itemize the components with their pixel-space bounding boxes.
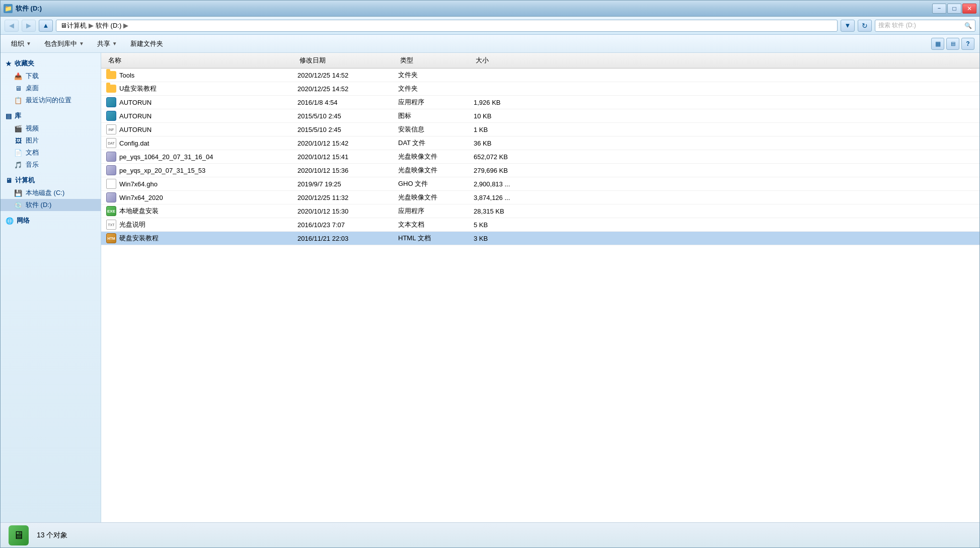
- sidebar-item-recent[interactable]: 📋 最近访问的位置: [1, 94, 101, 106]
- col-size[interactable]: 大小: [474, 55, 534, 66]
- table-row[interactable]: AUTORUN 2016/1/8 4:54 应用程序 1,926 KB: [101, 96, 979, 109]
- sidebar-item-download-label: 下载: [26, 72, 39, 81]
- file-modified: 2020/10/12 15:30: [297, 208, 398, 215]
- file-size: 28,315 KB: [474, 208, 534, 215]
- file-modified: 2020/10/12 15:36: [297, 167, 398, 174]
- minimize-button[interactable]: －: [932, 4, 946, 14]
- refresh-button[interactable]: ↻: [858, 20, 872, 32]
- iso-icon: [106, 152, 116, 162]
- table-row[interactable]: EXE 本地硬盘安装 2020/10/12 15:30 应用程序 28,315 …: [101, 204, 979, 218]
- file-area: 名称 修改日期 类型 大小 Tools 2020/12/25 14:52 文件夹…: [101, 53, 979, 522]
- file-type: 应用程序: [398, 207, 474, 216]
- sidebar-item-docs-label: 文档: [26, 148, 39, 157]
- col-name[interactable]: 名称: [106, 55, 297, 66]
- file-size: 1 KB: [474, 126, 534, 133]
- file-size: 652,072 KB: [474, 153, 534, 161]
- search-box[interactable]: 搜索 软件 (D:) 🔍: [875, 20, 975, 32]
- file-name-cell: HTM 硬盘安装教程: [106, 233, 297, 243]
- sidebar-item-desktop-label: 桌面: [26, 84, 39, 93]
- sidebar-item-drive-c-label: 本地磁盘 (C:): [26, 188, 64, 197]
- file-name-cell: Win7x64.gho: [106, 179, 297, 189]
- table-row[interactable]: AUTORUN 2015/5/10 2:45 图标 10 KB: [101, 109, 979, 123]
- file-modified: 2019/9/7 19:25: [297, 180, 398, 188]
- file-name-cell: EXE 本地硬盘安装: [106, 206, 297, 216]
- table-row[interactable]: TXT 光盘说明 2016/10/23 7:07 文本文档 5 KB: [101, 218, 979, 232]
- favorites-section: ★ 收藏夹 📥 下载 🖥 桌面 📋 最近访问的位置: [1, 57, 101, 106]
- table-row[interactable]: Win7x64_2020 2020/12/25 11:32 光盘映像文件 3,8…: [101, 191, 979, 204]
- share-button[interactable]: 共享 ▼: [92, 37, 123, 51]
- sidebar-item-drive-d[interactable]: 💿 软件 (D:): [1, 199, 101, 211]
- table-row[interactable]: pe_yqs_1064_20_07_31_16_04 2020/10/12 15…: [101, 150, 979, 164]
- file-name-cell: Tools: [106, 70, 297, 80]
- sidebar-item-video[interactable]: 🎬 视频: [1, 122, 101, 134]
- file-modified: 2020/10/12 15:41: [297, 153, 398, 161]
- file-size: 10 KB: [474, 112, 534, 120]
- file-type: 文本文档: [398, 220, 474, 229]
- organize-button[interactable]: 组织 ▼: [6, 37, 37, 51]
- up-button[interactable]: ▲: [39, 20, 53, 32]
- status-count: 13 个对象: [37, 531, 67, 540]
- file-name: U盘安装教程: [119, 84, 157, 93]
- view-toggle-button[interactable]: ▦: [931, 38, 944, 50]
- sidebar-item-drive-c[interactable]: 💾 本地磁盘 (C:): [1, 187, 101, 199]
- table-row[interactable]: HTM 硬盘安装教程 2016/11/21 22:03 HTML 文档 3 KB: [101, 232, 979, 245]
- file-size: 3,874,126 ...: [474, 194, 534, 201]
- sidebar-item-docs[interactable]: 📄 文档: [1, 147, 101, 159]
- iso2-icon: [106, 165, 116, 175]
- drive-d-icon: 💿: [14, 200, 23, 210]
- network-icon: 🌐: [6, 217, 14, 225]
- table-row[interactable]: DAT Config.dat 2020/10/12 15:42 DAT 文件 3…: [101, 136, 979, 150]
- file-type: 文件夹: [398, 71, 474, 80]
- col-type[interactable]: 类型: [398, 55, 474, 66]
- window-icon: 📁: [4, 4, 13, 13]
- close-button[interactable]: ✕: [962, 4, 976, 14]
- explorer-window: 📁 软件 (D:) － □ ✕ ◀ ▶ ▲ 🖥 计算机 ▶ 软件 (D:) ▶ …: [0, 0, 980, 548]
- file-modified: 2020/12/25 11:32: [297, 194, 398, 201]
- forward-button[interactable]: ▶: [22, 20, 36, 32]
- library-section: ▤ 库 🎬 视频 🖼 图片 📄 文档 🎵 音乐: [1, 109, 101, 171]
- computer-icon: 🖥: [6, 177, 12, 184]
- file-modified: 2016/11/21 22:03: [297, 235, 398, 242]
- address-path[interactable]: 🖥 计算机 ▶ 软件 (D:) ▶: [56, 20, 838, 32]
- file-name: Config.dat: [119, 140, 149, 147]
- table-row[interactable]: U盘安装教程 2020/12/25 14:52 文件夹: [101, 82, 979, 96]
- download-icon: 📥: [14, 72, 23, 81]
- new-folder-button[interactable]: 新建文件夹: [125, 37, 169, 51]
- table-row[interactable]: INF AUTORUN 2015/5/10 2:45 安装信息 1 KB: [101, 123, 979, 136]
- col-modified[interactable]: 修改日期: [297, 55, 398, 66]
- library-icon: ▤: [6, 112, 12, 120]
- file-modified: 2016/1/8 4:54: [297, 99, 398, 106]
- file-modified: 2020/10/12 15:42: [297, 140, 398, 147]
- docs-icon: 📄: [14, 148, 23, 157]
- help-button[interactable]: ?: [961, 38, 974, 50]
- table-row[interactable]: pe_yqs_xp_20_07_31_15_53 2020/10/12 15:3…: [101, 164, 979, 177]
- sidebar-item-download[interactable]: 📥 下载: [1, 70, 101, 82]
- file-name: 本地硬盘安装: [119, 207, 159, 216]
- file-type: 光盘映像文件: [398, 152, 474, 161]
- sidebar-item-pictures[interactable]: 🖼 图片: [1, 134, 101, 147]
- dropdown-button[interactable]: ▼: [841, 20, 855, 32]
- toolbar: 组织 ▼ 包含到库中 ▼ 共享 ▼ 新建文件夹 ▦ ▤ ?: [1, 35, 979, 53]
- include-library-arrow-icon: ▼: [79, 41, 84, 46]
- back-button[interactable]: ◀: [5, 20, 19, 32]
- share-arrow-icon: ▼: [112, 41, 117, 46]
- maximize-button[interactable]: □: [947, 4, 961, 14]
- statusbar: 🖥 13 个对象: [1, 522, 979, 547]
- sidebar-item-desktop[interactable]: 🖥 桌面: [1, 82, 101, 94]
- exe-icon: [106, 97, 116, 107]
- file-type: 光盘映像文件: [398, 193, 474, 202]
- table-row[interactable]: Tools 2020/12/25 14:52 文件夹: [101, 68, 979, 82]
- file-type: DAT 文件: [398, 139, 474, 148]
- breadcrumb-computer[interactable]: 计算机: [67, 21, 87, 30]
- file-name: Win7x64.gho: [119, 180, 158, 188]
- file-name-cell: AUTORUN: [106, 111, 297, 121]
- library-header: ▤ 库: [1, 109, 101, 122]
- file-name-cell: TXT 光盘说明: [106, 220, 297, 230]
- include-library-button[interactable]: 包含到库中 ▼: [39, 37, 90, 51]
- view-details-button[interactable]: ▤: [946, 38, 959, 50]
- sidebar-item-music[interactable]: 🎵 音乐: [1, 159, 101, 171]
- breadcrumb-drive[interactable]: 软件 (D:): [96, 21, 121, 30]
- file-list-header: 名称 修改日期 类型 大小: [101, 53, 979, 68]
- table-row[interactable]: Win7x64.gho 2019/9/7 19:25 GHO 文件 2,900,…: [101, 177, 979, 191]
- main-content: ★ 收藏夹 📥 下载 🖥 桌面 📋 最近访问的位置 ▤: [1, 53, 979, 522]
